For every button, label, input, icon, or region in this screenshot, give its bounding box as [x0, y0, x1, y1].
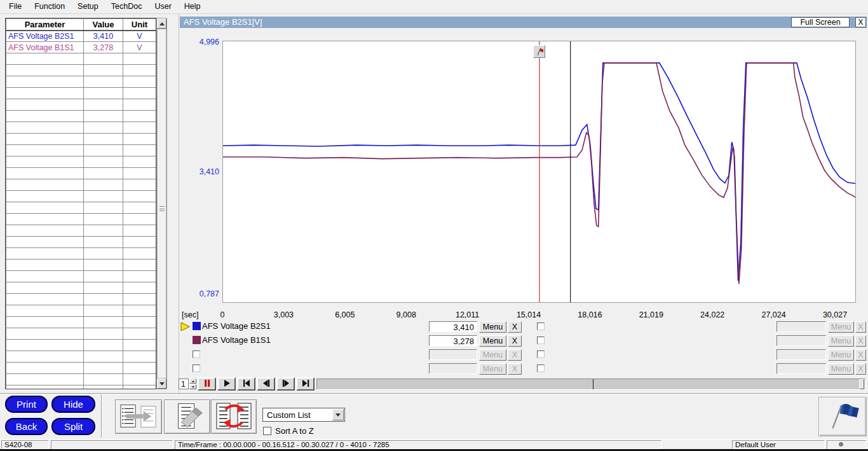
play-button[interactable]: [217, 377, 236, 391]
table-row-empty[interactable]: [6, 363, 156, 374]
legend-close-button[interactable]: X: [508, 321, 522, 333]
playback-position-track[interactable]: [316, 378, 865, 390]
hide-button[interactable]: Hide: [51, 396, 95, 413]
table-row-empty[interactable]: [6, 111, 156, 122]
swap-lists-button[interactable]: [211, 399, 257, 434]
table-row-empty[interactable]: [6, 134, 156, 145]
table-row-empty[interactable]: [6, 179, 156, 191]
legend-value-field[interactable]: [429, 349, 477, 360]
menu-item-user[interactable]: User: [148, 0, 177, 14]
cursor-flag-marker-icon[interactable]: [533, 45, 545, 58]
step-back-button[interactable]: [257, 377, 275, 391]
table-row-empty[interactable]: [6, 202, 156, 214]
table-row-empty[interactable]: [6, 237, 156, 248]
scroll-up-arrow-icon[interactable]: [157, 18, 166, 29]
table-row-empty[interactable]: [6, 282, 156, 294]
table-row-empty[interactable]: [6, 65, 156, 76]
param-unit-cell: V: [123, 42, 156, 53]
empty-cell: [6, 134, 84, 145]
chart-window-title: AFS Voltage B2S1[V]: [184, 17, 262, 27]
pause-button[interactable]: [198, 377, 216, 391]
full-screen-button[interactable]: Full Screen: [791, 17, 850, 27]
status-device-id: S420-08: [1, 440, 49, 449]
table-row-empty[interactable]: [6, 145, 156, 156]
table-row-empty[interactable]: [6, 340, 156, 351]
table-row-empty[interactable]: [6, 191, 156, 202]
legend-menu-button[interactable]: Menu: [479, 321, 506, 333]
legend-mid-checkbox[interactable]: [537, 350, 545, 358]
table-row-empty[interactable]: [6, 88, 156, 99]
step-forward-button[interactable]: [276, 377, 295, 391]
legend-value-field[interactable]: [429, 363, 477, 374]
table-row-empty[interactable]: [6, 260, 156, 271]
legend-mid-checkbox[interactable]: [537, 337, 545, 344]
legend-menu-button[interactable]: Menu: [479, 335, 506, 347]
x-tick-label: 9,008: [384, 310, 428, 319]
legend-mid-checkbox[interactable]: [537, 323, 545, 330]
menu-item-setup[interactable]: Setup: [71, 0, 105, 14]
parameter-table-scrollbar[interactable]: [156, 18, 167, 389]
menu-item-function[interactable]: Function: [28, 0, 71, 14]
table-row-empty[interactable]: [6, 99, 156, 111]
table-row[interactable]: AFS Voltage B1S13,278V: [6, 42, 156, 53]
table-row-empty[interactable]: [6, 374, 156, 385]
empty-cell: [6, 111, 84, 122]
legend-right-menu-button: Menu: [828, 363, 854, 375]
legend-right-menu-button: Menu: [828, 335, 854, 347]
playback-position-marker[interactable]: [593, 379, 593, 389]
table-row-empty[interactable]: [6, 76, 156, 88]
y-axis-bottom-label: 0,787: [182, 289, 219, 298]
table-row-empty[interactable]: [6, 328, 156, 340]
table-row-empty[interactable]: [6, 214, 156, 225]
frame-spinner-value[interactable]: 1: [179, 378, 189, 389]
split-button[interactable]: Split: [51, 418, 95, 435]
spinner-up-icon[interactable]: [189, 378, 196, 384]
table-row-empty[interactable]: [6, 53, 156, 65]
empty-cell: [123, 328, 156, 340]
back-button[interactable]: Back: [5, 418, 48, 435]
menu-item-techdoc[interactable]: TechDoc: [105, 0, 149, 14]
legend-mid-checkbox[interactable]: [537, 364, 545, 372]
copy-list-button[interactable]: [115, 399, 162, 434]
empty-cell: [84, 271, 123, 282]
table-row-empty[interactable]: [6, 168, 156, 179]
legend-value-field[interactable]: 3,278: [429, 335, 477, 346]
flag-button[interactable]: [818, 397, 867, 436]
spinner-down-icon[interactable]: [189, 384, 196, 389]
skip-end-button[interactable]: [296, 377, 315, 391]
empty-cell: [84, 374, 123, 385]
skip-start-button[interactable]: [237, 377, 255, 391]
table-row-empty[interactable]: [6, 122, 156, 134]
menu-item-help[interactable]: Help: [178, 0, 207, 14]
empty-cell: [6, 214, 84, 225]
table-row-empty[interactable]: [6, 385, 156, 390]
table-row-empty[interactable]: [6, 317, 156, 328]
table-row-empty[interactable]: [6, 271, 156, 282]
table-row-empty[interactable]: [6, 156, 156, 168]
scrollbar-thumb[interactable]: [157, 29, 166, 378]
chart-plot-area[interactable]: [222, 41, 856, 303]
dropdown-arrow-icon[interactable]: [332, 409, 344, 420]
table-row-empty[interactable]: [6, 248, 156, 260]
legend-left-checkbox[interactable]: [193, 350, 200, 358]
table-row-empty[interactable]: [6, 305, 156, 317]
playback-track-end-thumb[interactable]: [859, 379, 864, 389]
erase-list-button[interactable]: [164, 399, 210, 434]
scroll-down-arrow-icon[interactable]: [157, 378, 166, 389]
table-row[interactable]: AFS Voltage B2S13,410V: [6, 31, 156, 42]
legend-right-close-button: X: [855, 363, 866, 375]
legend-value-field[interactable]: 3,410: [429, 321, 477, 332]
menu-item-file[interactable]: File: [3, 0, 28, 14]
list-select-dropdown[interactable]: Custom List: [262, 408, 345, 422]
chart-close-button[interactable]: X: [855, 17, 866, 27]
legend-close-button[interactable]: X: [508, 335, 522, 347]
table-row-empty[interactable]: [6, 294, 156, 305]
empty-cell: [123, 340, 156, 351]
sort-a-to-z-checkbox[interactable]: [263, 427, 271, 435]
print-button[interactable]: Print: [5, 396, 48, 413]
sort-a-to-z-label: Sort A to Z: [275, 426, 314, 436]
table-row-empty[interactable]: [6, 351, 156, 363]
legend-left-checkbox[interactable]: [193, 364, 200, 372]
empty-cell: [84, 99, 123, 111]
table-row-empty[interactable]: [6, 225, 156, 237]
